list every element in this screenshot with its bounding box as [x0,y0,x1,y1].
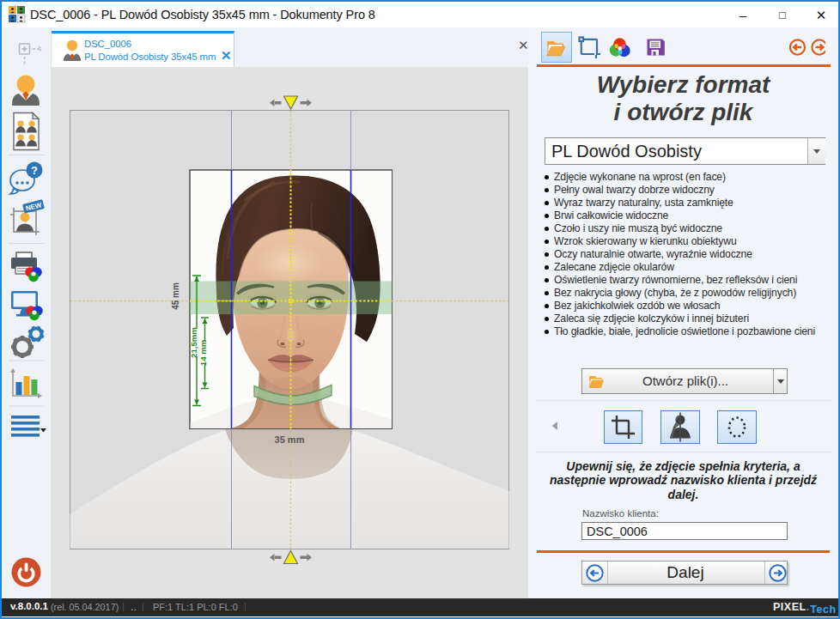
svg-text:14 mm: 14 mm [198,340,208,366]
svg-text:45 mm: 45 mm [171,282,180,310]
svg-text:35 mm: 35 mm [275,434,305,445]
svg-text:?: ? [31,164,38,177]
svg-text:21,5mm: 21,5mm [189,327,198,358]
